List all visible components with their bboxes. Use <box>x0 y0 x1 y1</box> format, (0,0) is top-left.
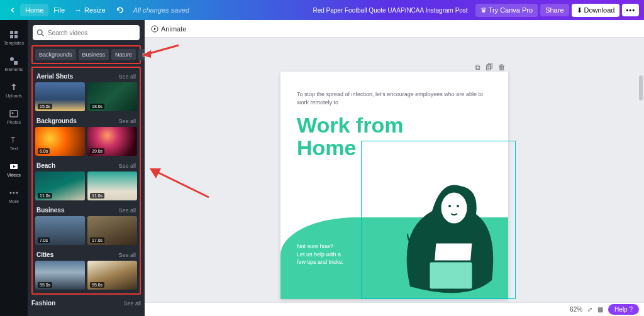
back-button[interactable] <box>5 5 20 15</box>
chip-nature[interactable]: Nature <box>111 49 136 60</box>
zoom-level[interactable]: 62% <box>570 306 582 313</box>
sections-highlight: Aerial ShotsSee all 15.0s 18.0s Backgrou… <box>31 67 141 295</box>
fullscreen-icon[interactable]: ⤢ <box>587 306 592 313</box>
section-fashion: FashionSee all <box>28 295 145 310</box>
video-thumb[interactable]: 17.0s <box>87 216 137 245</box>
videos-icon <box>9 161 19 172</box>
share-button[interactable]: Share <box>540 4 569 16</box>
section-title: Business <box>36 207 64 214</box>
templates-icon <box>9 30 19 40</box>
svg-point-11 <box>13 192 15 193</box>
search-box[interactable] <box>33 25 140 40</box>
rail-templates[interactable]: Templates <box>0 24 28 50</box>
duplicate-page-icon[interactable]: ⧉ <box>475 63 480 72</box>
see-all-link[interactable]: See all <box>118 74 136 80</box>
section-title: Fashion <box>31 300 55 307</box>
search-icon <box>36 29 44 36</box>
photos-icon <box>9 109 19 119</box>
svg-point-12 <box>16 192 18 193</box>
see-all-link[interactable]: See all <box>123 300 141 307</box>
uploads-icon <box>9 82 19 92</box>
try-pro-button[interactable]: ♛Try Canva Pro <box>475 4 538 17</box>
section-cities: CitiesSee all 55.0s 55.0s <box>33 246 140 291</box>
see-all-link[interactable]: See all <box>118 163 136 169</box>
svg-rect-3 <box>14 35 18 38</box>
page-action-icons: ⧉ 🗐 🗑 <box>475 63 506 72</box>
undo-icon <box>116 7 123 13</box>
rail-elements[interactable]: Elements <box>0 50 28 77</box>
section-title: Aerial Shots <box>36 73 73 80</box>
design-canvas[interactable]: To stop the spread of infection, let's e… <box>280 72 508 299</box>
chip-backgrounds[interactable]: Backgrounds <box>35 49 76 60</box>
svg-rect-1 <box>14 31 18 34</box>
file-menu[interactable]: File <box>48 4 70 16</box>
see-all-link[interactable]: See all <box>118 118 136 124</box>
grid-view-icon[interactable]: ▦ <box>597 306 603 313</box>
intro-text[interactable]: To stop the spread of infection, let's e… <box>297 90 492 106</box>
see-all-link[interactable]: See all <box>118 207 136 214</box>
video-thumb[interactable]: 55.0s <box>35 261 85 290</box>
svg-rect-2 <box>10 35 13 38</box>
more-button[interactable]: ••• <box>622 4 639 16</box>
svg-line-14 <box>42 34 43 36</box>
vertical-scrollbar[interactable] <box>639 75 643 101</box>
section-title: Beach <box>36 162 55 169</box>
rail-videos[interactable]: Videos <box>0 156 28 182</box>
status-bar: 62% ⤢ ▦ Help ? <box>145 302 644 316</box>
duration-badge: 7.0s <box>38 237 50 243</box>
download-icon: ⬇ <box>577 6 582 14</box>
duration-badge: 15.0s <box>38 104 52 109</box>
duration-badge: 6.0s <box>38 148 50 154</box>
text-icon: T <box>9 135 19 145</box>
rail-uploads[interactable]: Uploads <box>0 77 28 103</box>
tips-text[interactable]: Not sure how?Let us help with afew tips … <box>297 242 343 266</box>
video-thumb[interactable]: 11.0s <box>35 172 85 200</box>
chevron-left-icon <box>10 8 15 13</box>
document-title[interactable]: Red Paper Football Quote UAAP/NCAA Insta… <box>313 7 467 14</box>
rail-photos[interactable]: Photos <box>0 103 28 129</box>
duration-badge: 17.0s <box>90 237 104 243</box>
video-thumb[interactable]: 18.0s <box>87 82 137 111</box>
see-all-link[interactable]: See all <box>118 252 136 258</box>
home-button[interactable]: Home <box>20 4 48 16</box>
undo-button[interactable] <box>111 4 128 16</box>
svg-rect-5 <box>14 61 18 65</box>
context-toolbar: Animate <box>145 20 644 38</box>
videos-panel: Backgrounds Business Nature Back Aerial … <box>28 20 145 316</box>
rail-more[interactable]: More <box>0 182 28 209</box>
svg-point-13 <box>38 30 43 35</box>
video-thumb[interactable]: 29.0s <box>87 127 137 156</box>
search-input[interactable] <box>48 30 136 36</box>
left-nav-rail: Templates Elements Uploads Photos TText … <box>0 20 28 316</box>
crown-icon: ♛ <box>480 6 487 14</box>
delete-page-icon[interactable]: 🗑 <box>498 63 506 72</box>
svg-point-7 <box>12 112 14 114</box>
video-thumb[interactable]: 6.0s <box>35 127 85 156</box>
category-chips: Backgrounds Business Nature Back <box>31 45 141 64</box>
svg-point-4 <box>10 57 14 61</box>
resize-icon: ↔ <box>75 6 82 14</box>
selection-box[interactable] <box>361 141 516 299</box>
video-thumb[interactable]: 7.0s <box>35 216 85 245</box>
help-button[interactable]: Help ? <box>608 304 639 315</box>
more-icon <box>9 188 19 198</box>
rail-text[interactable]: TText <box>0 129 28 156</box>
video-thumb[interactable]: 11.0s <box>87 172 137 200</box>
svg-point-10 <box>10 192 12 193</box>
video-thumb[interactable]: 15.0s <box>35 82 85 111</box>
save-status: All changes saved <box>128 4 194 16</box>
section-backgrounds: BackgroundsSee all 6.0s 29.0s <box>33 112 140 157</box>
animate-button[interactable]: Animate <box>151 25 186 33</box>
video-thumb[interactable]: 55.0s <box>87 261 137 290</box>
download-button[interactable]: ⬇Download <box>572 4 620 17</box>
section-business: BusinessSee all 7.0s 17.0s <box>33 202 140 246</box>
canvas-viewport[interactable]: ⧉ 🗐 🗑 To stop the spread of infection, l… <box>145 38 644 302</box>
duration-badge: 11.0s <box>38 193 52 199</box>
editor-area: Animate ⧉ 🗐 🗑 To stop the spread of infe… <box>145 20 644 302</box>
copy-page-icon[interactable]: 🗐 <box>486 63 493 72</box>
svg-rect-0 <box>10 31 13 34</box>
elements-icon <box>9 56 19 66</box>
chip-more[interactable]: Back <box>138 49 145 60</box>
resize-button[interactable]: ↔Resize <box>70 4 111 16</box>
chip-business[interactable]: Business <box>79 49 109 60</box>
